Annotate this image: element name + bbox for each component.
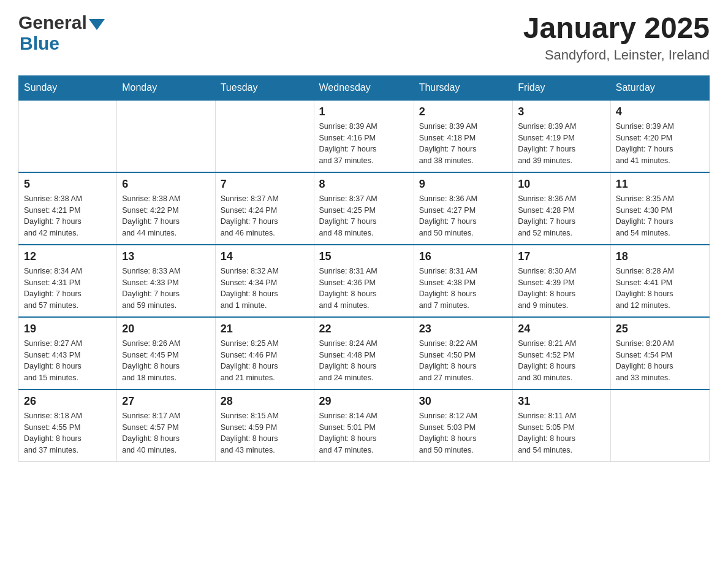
calendar-week-row: 5Sunrise: 8:38 AM Sunset: 4:21 PM Daylig… (19, 172, 710, 245)
day-info: Sunrise: 8:35 AM Sunset: 4:30 PM Dayligh… (616, 193, 704, 239)
day-info: Sunrise: 8:18 AM Sunset: 4:55 PM Dayligh… (24, 410, 112, 456)
header-saturday: Saturday (610, 75, 709, 100)
day-info: Sunrise: 8:37 AM Sunset: 4:24 PM Dayligh… (221, 193, 309, 239)
table-row: 8Sunrise: 8:37 AM Sunset: 4:25 PM Daylig… (314, 172, 414, 245)
table-row: 22Sunrise: 8:24 AM Sunset: 4:48 PM Dayli… (314, 317, 414, 389)
calendar-week-row: 12Sunrise: 8:34 AM Sunset: 4:31 PM Dayli… (19, 245, 710, 317)
day-info: Sunrise: 8:20 AM Sunset: 4:54 PM Dayligh… (616, 338, 704, 384)
day-info: Sunrise: 8:28 AM Sunset: 4:41 PM Dayligh… (616, 266, 704, 312)
day-number: 22 (319, 323, 409, 335)
day-info: Sunrise: 8:25 AM Sunset: 4:46 PM Dayligh… (221, 338, 309, 384)
table-row: 28Sunrise: 8:15 AM Sunset: 4:59 PM Dayli… (215, 389, 314, 462)
day-number: 10 (518, 178, 605, 191)
day-number: 2 (419, 105, 507, 118)
day-number: 20 (122, 323, 210, 335)
table-row: 14Sunrise: 8:32 AM Sunset: 4:34 PM Dayli… (215, 245, 314, 317)
table-row: 16Sunrise: 8:31 AM Sunset: 4:38 PM Dayli… (414, 245, 512, 317)
table-row (19, 100, 117, 172)
table-row: 2Sunrise: 8:39 AM Sunset: 4:18 PM Daylig… (414, 100, 512, 172)
day-info: Sunrise: 8:39 AM Sunset: 4:16 PM Dayligh… (319, 121, 409, 167)
table-row: 12Sunrise: 8:34 AM Sunset: 4:31 PM Dayli… (19, 245, 117, 317)
day-info: Sunrise: 8:39 AM Sunset: 4:20 PM Dayligh… (616, 121, 704, 167)
day-number: 27 (122, 395, 210, 408)
day-number: 23 (419, 323, 507, 335)
day-number: 4 (616, 105, 704, 118)
logo: General Blue (18, 12, 105, 54)
day-number: 15 (319, 250, 409, 263)
day-number: 24 (518, 323, 605, 335)
day-number: 19 (24, 323, 112, 335)
table-row: 18Sunrise: 8:28 AM Sunset: 4:41 PM Dayli… (610, 245, 709, 317)
table-row: 9Sunrise: 8:36 AM Sunset: 4:27 PM Daylig… (414, 172, 512, 245)
day-number: 30 (419, 395, 507, 408)
table-row: 17Sunrise: 8:30 AM Sunset: 4:39 PM Dayli… (513, 245, 611, 317)
day-info: Sunrise: 8:32 AM Sunset: 4:34 PM Dayligh… (221, 266, 309, 312)
table-row: 27Sunrise: 8:17 AM Sunset: 4:57 PM Dayli… (117, 389, 215, 462)
day-number: 29 (319, 395, 409, 408)
day-number: 31 (518, 395, 605, 408)
table-row: 20Sunrise: 8:26 AM Sunset: 4:45 PM Dayli… (117, 317, 215, 389)
day-info: Sunrise: 8:38 AM Sunset: 4:21 PM Dayligh… (24, 193, 112, 239)
day-number: 18 (616, 250, 704, 263)
table-row: 24Sunrise: 8:21 AM Sunset: 4:52 PM Dayli… (513, 317, 611, 389)
day-number: 1 (319, 105, 409, 118)
day-info: Sunrise: 8:38 AM Sunset: 4:22 PM Dayligh… (122, 193, 210, 239)
table-row: 29Sunrise: 8:14 AM Sunset: 5:01 PM Dayli… (314, 389, 414, 462)
table-row: 3Sunrise: 8:39 AM Sunset: 4:19 PM Daylig… (513, 100, 611, 172)
day-info: Sunrise: 8:27 AM Sunset: 4:43 PM Dayligh… (24, 338, 112, 384)
table-row: 1Sunrise: 8:39 AM Sunset: 4:16 PM Daylig… (314, 100, 414, 172)
weekday-header-row: Sunday Monday Tuesday Wednesday Thursday… (19, 75, 710, 100)
logo-arrow-icon (89, 19, 105, 30)
day-info: Sunrise: 8:34 AM Sunset: 4:31 PM Dayligh… (24, 266, 112, 312)
day-number: 17 (518, 250, 605, 263)
table-row: 10Sunrise: 8:36 AM Sunset: 4:28 PM Dayli… (513, 172, 611, 245)
day-info: Sunrise: 8:15 AM Sunset: 4:59 PM Dayligh… (221, 410, 309, 456)
table-row: 15Sunrise: 8:31 AM Sunset: 4:36 PM Dayli… (314, 245, 414, 317)
table-row: 30Sunrise: 8:12 AM Sunset: 5:03 PM Dayli… (414, 389, 512, 462)
title-section: January 2025 Sandyford, Leinster, Irelan… (523, 12, 710, 63)
table-row (610, 389, 709, 462)
calendar-week-row: 1Sunrise: 8:39 AM Sunset: 4:16 PM Daylig… (19, 100, 710, 172)
calendar-week-row: 26Sunrise: 8:18 AM Sunset: 4:55 PM Dayli… (19, 389, 710, 462)
table-row (117, 100, 215, 172)
day-info: Sunrise: 8:17 AM Sunset: 4:57 PM Dayligh… (122, 410, 210, 456)
day-info: Sunrise: 8:39 AM Sunset: 4:19 PM Dayligh… (518, 121, 605, 167)
day-number: 11 (616, 178, 704, 191)
day-info: Sunrise: 8:37 AM Sunset: 4:25 PM Dayligh… (319, 193, 409, 239)
table-row: 26Sunrise: 8:18 AM Sunset: 4:55 PM Dayli… (19, 389, 117, 462)
day-number: 7 (221, 178, 309, 191)
day-info: Sunrise: 8:39 AM Sunset: 4:18 PM Dayligh… (419, 121, 507, 167)
day-info: Sunrise: 8:33 AM Sunset: 4:33 PM Dayligh… (122, 266, 210, 312)
day-info: Sunrise: 8:31 AM Sunset: 4:38 PM Dayligh… (419, 266, 507, 312)
table-row (215, 100, 314, 172)
day-info: Sunrise: 8:11 AM Sunset: 5:05 PM Dayligh… (518, 410, 605, 456)
day-number: 28 (221, 395, 309, 408)
table-row: 5Sunrise: 8:38 AM Sunset: 4:21 PM Daylig… (19, 172, 117, 245)
day-number: 14 (221, 250, 309, 263)
header-thursday: Thursday (414, 75, 512, 100)
table-row: 13Sunrise: 8:33 AM Sunset: 4:33 PM Dayli… (117, 245, 215, 317)
day-number: 9 (419, 178, 507, 191)
day-info: Sunrise: 8:21 AM Sunset: 4:52 PM Dayligh… (518, 338, 605, 384)
table-row: 21Sunrise: 8:25 AM Sunset: 4:46 PM Dayli… (215, 317, 314, 389)
day-info: Sunrise: 8:36 AM Sunset: 4:28 PM Dayligh… (518, 193, 605, 239)
table-row: 31Sunrise: 8:11 AM Sunset: 5:05 PM Dayli… (513, 389, 611, 462)
calendar-title: January 2025 (523, 12, 710, 45)
table-row: 6Sunrise: 8:38 AM Sunset: 4:22 PM Daylig… (117, 172, 215, 245)
day-number: 12 (24, 250, 112, 263)
day-number: 3 (518, 105, 605, 118)
table-row: 19Sunrise: 8:27 AM Sunset: 4:43 PM Dayli… (19, 317, 117, 389)
header-friday: Friday (513, 75, 611, 100)
calendar-table: Sunday Monday Tuesday Wednesday Thursday… (18, 75, 710, 462)
logo-general-text: General (18, 12, 87, 33)
day-number: 6 (122, 178, 210, 191)
header-sunday: Sunday (19, 75, 117, 100)
day-info: Sunrise: 8:24 AM Sunset: 4:48 PM Dayligh… (319, 338, 409, 384)
logo-blue-text: Blue (20, 33, 59, 53)
day-number: 13 (122, 250, 210, 263)
day-number: 5 (24, 178, 112, 191)
day-number: 25 (616, 323, 704, 335)
calendar-subtitle: Sandyford, Leinster, Ireland (523, 47, 710, 63)
table-row: 23Sunrise: 8:22 AM Sunset: 4:50 PM Dayli… (414, 317, 512, 389)
day-info: Sunrise: 8:30 AM Sunset: 4:39 PM Dayligh… (518, 266, 605, 312)
